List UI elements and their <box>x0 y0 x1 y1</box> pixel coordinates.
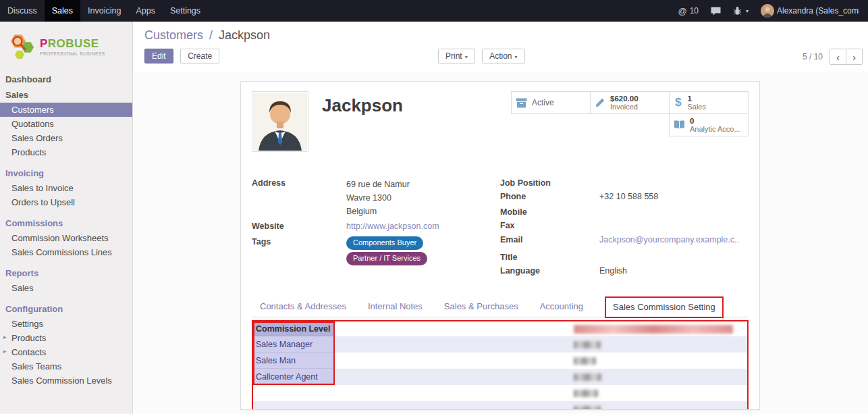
pager-previous-button[interactable]: ‹ <box>830 49 846 65</box>
sidebar-item-contacts[interactable]: ▸Contacts <box>0 345 132 359</box>
control-panel: Customers / Jackpson Edit Create Print▾ … <box>134 22 868 72</box>
print-menu-button[interactable]: Print▾ <box>438 49 475 63</box>
table-row[interactable]: Sales Man <box>253 353 747 369</box>
stat-buttons: Active $620.00 Invoiced $ <box>512 91 749 136</box>
cell-commission-level: Sales Manager <box>253 336 333 353</box>
table-header-row: Commission Level <box>253 321 747 336</box>
analytic-accounts-stat-button[interactable]: 0 Analytic Acco... <box>669 113 749 136</box>
dollar-icon: $ <box>674 96 682 109</box>
cell-commission-level: Callcenter Agent <box>253 369 333 385</box>
fields-right-column: Job Position Phone +32 10 588 558 Mobile <box>500 178 749 279</box>
tags-label: Tags <box>252 236 346 267</box>
sidebar-header-sales[interactable]: Sales <box>0 87 132 103</box>
table-row[interactable]: Sales Manager <box>253 336 747 353</box>
sidebar-item-orders-to-upsell[interactable]: Orders to Upsell <box>0 195 132 209</box>
breadcrumb-customers-link[interactable]: Customers <box>144 28 203 42</box>
title-label: Title <box>500 252 599 263</box>
column-header-commission-level: Commission Level <box>253 321 333 336</box>
tag-components-buyer: Components Buyer <box>346 236 423 250</box>
sidebar-header-commissions[interactable]: Commissions <box>0 215 132 231</box>
top-menu-sales[interactable]: Sales <box>45 0 80 22</box>
sidebar-item-sales-orders[interactable]: Sales Orders <box>0 131 132 145</box>
breadcrumb: Customers / Jackpson <box>144 28 868 43</box>
table-row-empty <box>253 385 747 401</box>
invoiced-value: $620.00 <box>610 95 639 103</box>
top-menu-discuss[interactable]: Discuss <box>0 0 45 22</box>
expand-arrow-icon: ▸ <box>3 334 7 340</box>
sidebar-header-configuration[interactable]: Configuration <box>0 301 132 317</box>
redacted-cell <box>574 406 601 411</box>
sidebar-header-dashboard[interactable]: Dashboard <box>0 72 132 87</box>
print-label: Print <box>445 51 462 61</box>
title-field: Title <box>500 252 749 263</box>
form-fields: Address 69 rue de Namur Wavre 1300 Belgi… <box>252 178 749 279</box>
invoiced-label: Invoiced <box>610 103 639 111</box>
tab-accounting[interactable]: Accounting <box>540 299 583 317</box>
control-panel-actions: Edit Create Print▾ Action▾ 5 / 10 ‹ › <box>144 49 868 66</box>
probuse-logo-text: PROBUSE PROFESSIONAL BUSINESS <box>40 37 105 56</box>
sidebar-item-sales-teams[interactable]: Sales Teams <box>0 359 132 373</box>
probuse-logo-icon <box>8 32 35 61</box>
pager-next-button[interactable]: › <box>846 49 863 65</box>
invoiced-stat-button[interactable]: $620.00 Invoiced <box>590 91 670 114</box>
phone-label: Phone <box>500 191 599 203</box>
address-value: 69 rue de Namur Wavre 1300 Belgium <box>346 178 410 218</box>
sidebar-item-sales-to-invoice[interactable]: Sales to Invoice <box>0 181 132 195</box>
mentions-button[interactable]: @ 10 <box>672 0 705 22</box>
address-field: Address 69 rue de Namur Wavre 1300 Belgi… <box>252 178 500 218</box>
sales-stat-button[interactable]: $ 1 Sales <box>669 91 749 114</box>
top-menu: Discuss Sales Invoicing Apps Settings <box>0 0 208 22</box>
create-button[interactable]: Create <box>180 49 219 63</box>
chevron-down-icon: ▾ <box>465 54 468 60</box>
sidebar-header-invoicing[interactable]: Invoicing <box>0 165 132 181</box>
top-menu-settings[interactable]: Settings <box>163 0 208 22</box>
active-archive-icon <box>516 98 527 108</box>
app-screen: Discuss Sales Invoicing Apps Settings @ … <box>0 0 868 414</box>
mobile-label: Mobile <box>500 207 599 218</box>
debug-menu-button[interactable]: ▾ <box>727 0 755 22</box>
website-link[interactable]: http://www.jackpson.com <box>346 221 439 232</box>
edit-button[interactable]: Edit <box>144 49 173 63</box>
pager-counter: 5 / 10 <box>803 52 823 61</box>
tab-internal-notes[interactable]: Internal Notes <box>368 299 423 317</box>
mentions-count: 10 <box>690 6 699 16</box>
address-line-3: Belgium <box>346 205 410 218</box>
sidebar-item-sales-commission-levels[interactable]: Sales Commission Levels <box>0 373 132 388</box>
email-link[interactable]: Jackpson@yourcompany.example.c.. <box>599 234 739 246</box>
main-area: Customers / Jackpson Edit Create Print▾ … <box>134 22 868 414</box>
messages-button[interactable] <box>705 0 727 22</box>
sidebar-item-products[interactable]: Products <box>0 145 132 159</box>
job-position-label: Job Position <box>500 178 599 189</box>
sidebar-header-reports[interactable]: Reports <box>0 265 132 281</box>
user-menu[interactable]: Alexandra (Sales_comm.. <box>755 0 865 22</box>
sheet-header: Jackpson Active $620.00 Invo <box>252 91 749 157</box>
sidebar-item-customers[interactable]: Customers <box>0 103 132 117</box>
breadcrumb-current: Jackpson <box>219 28 270 42</box>
sidebar-item-quotations[interactable]: Quotations <box>0 117 132 131</box>
tab-contacts-addresses[interactable]: Contacts & Addresses <box>260 299 346 317</box>
sidebar-item-sales-commissions-lines[interactable]: Sales Commissions Lines <box>0 245 132 259</box>
top-menu-apps[interactable]: Apps <box>128 0 163 22</box>
commission-levels-table: Commission Level Sales Manager Sales Man <box>252 320 749 410</box>
active-stat-button[interactable]: Active <box>511 91 591 114</box>
cell-commission-level: Sales Man <box>253 353 333 369</box>
sidebar-item-reports-sales[interactable]: Sales <box>0 281 132 295</box>
customer-form-sheet: Jackpson Active $620.00 Invo <box>240 81 760 410</box>
action-menu-button[interactable]: Action▾ <box>482 49 524 63</box>
website-field: Website http://www.jackpson.com <box>252 221 500 232</box>
row-right-cell <box>333 385 747 401</box>
row-right-cell <box>333 401 747 410</box>
expand-arrow-icon: ▸ <box>3 348 7 355</box>
tab-sales-commission-setting[interactable]: Sales Commission Setting <box>605 296 724 318</box>
customer-name-title: Jackpson <box>322 95 403 116</box>
table-row[interactable]: Callcenter Agent <box>253 369 747 385</box>
chevron-down-icon: ▾ <box>515 54 518 60</box>
sidebar-item-config-products[interactable]: ▸Products <box>0 331 132 345</box>
redacted-cell <box>574 390 598 397</box>
top-menu-invoicing[interactable]: Invoicing <box>80 0 128 22</box>
sidebar-item-settings[interactable]: Settings <box>0 317 132 331</box>
address-line-2: Wavre 1300 <box>346 191 410 205</box>
tab-sales-purchases[interactable]: Sales & Purchases <box>444 299 518 317</box>
mobile-field: Mobile <box>500 207 749 218</box>
sidebar-item-commission-worksheets[interactable]: Commission Worksheets <box>0 231 132 245</box>
